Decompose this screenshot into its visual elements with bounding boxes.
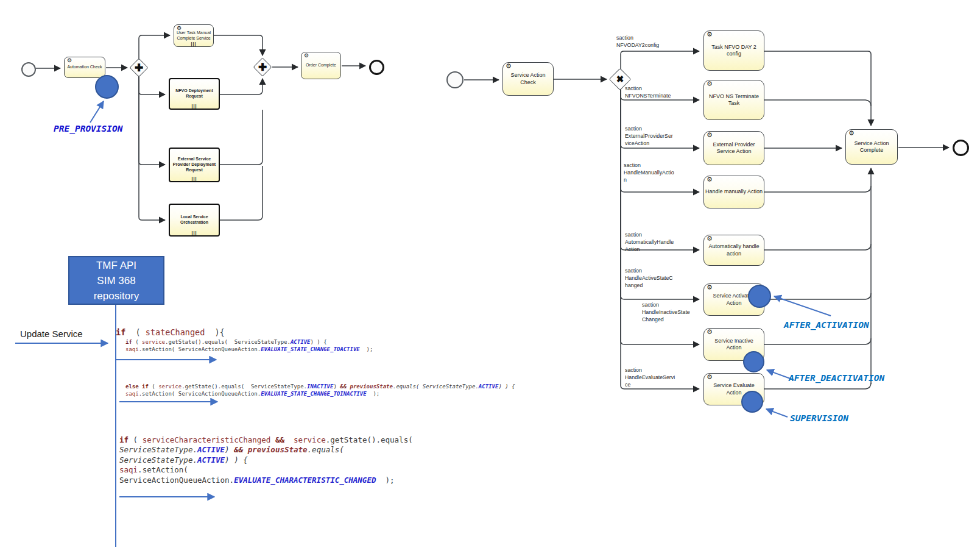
- task-automation-check: ⚙ Automation Check: [64, 57, 105, 78]
- branch-label-nfvonsterminate: saction NFVONSTerminate: [625, 85, 671, 100]
- after-deactivation-annotation: AFTER_DEACTIVATION: [789, 373, 884, 383]
- code-block-toactive: if ( service.getState().equals( ServiceS…: [125, 339, 373, 353]
- service-task-gear-icon: ⚙: [707, 284, 713, 291]
- pre-provision-annotation: PRE_PROVISION: [54, 124, 123, 134]
- code-line: ServiceStateType.ACTIVE) && previousStat…: [119, 445, 413, 455]
- update-service-label: Update Service: [20, 329, 83, 339]
- service-task-gear-icon: ⚙: [177, 26, 182, 31]
- after-deactivation-marker-circle: [743, 351, 764, 372]
- code-line: else if ( service.getState().equals( Ser…: [125, 383, 515, 391]
- task-user-task-manual-complete-service: ⚙ User Task Manual Complete Service |||: [174, 24, 214, 47]
- branch-label-automaticallyhandleaction: saction AutomaticallyHandle Action: [625, 232, 674, 254]
- bpmn-diagram-canvas: ⚙ Automation Check ✚ ⚙ User Task Manual …: [0, 0, 980, 559]
- task-nfvo-ns-terminate: ⚙ NFVO NS Terminate Task: [703, 80, 764, 120]
- task-handle-manually-action: ⚙ Handle manually Action: [703, 176, 764, 208]
- task-label: External Service Provider Deployment Req…: [173, 157, 216, 173]
- task-label: User Task Manual Complete Service: [177, 30, 211, 41]
- task-label: Local Service Orchestration: [180, 215, 208, 226]
- task-label: Automation Check: [67, 65, 102, 70]
- right-start-event: [446, 71, 464, 88]
- supervision-marker-circle: [741, 391, 763, 413]
- code-line: saqi.setAction(: [119, 465, 413, 475]
- task-label: Handle manually Action: [705, 188, 763, 195]
- task-label: NFVO Deployment Request: [175, 88, 213, 99]
- task-label: External Provider Service Action: [713, 141, 755, 155]
- service-task-gear-icon: ⚙: [707, 132, 713, 138]
- code-line: if ( service.getState().equals( ServiceS…: [125, 339, 373, 346]
- code-block-toinactive: else if ( service.getState().equals( Ser…: [125, 383, 515, 397]
- task-label: Task NFVO DAY 2 config: [711, 44, 756, 58]
- task-service-action-check: ⚙ Service Action Check: [502, 62, 554, 96]
- code-line: ServiceActionQueueAction.EVALUATE_CHARAC…: [119, 475, 413, 485]
- tmf-api-repository-box: TMF API SIM 368 repository: [68, 256, 164, 305]
- code-line: ServiceStateType.ACTIVE) ) {: [119, 455, 413, 465]
- right-end-event: [953, 140, 969, 156]
- supervision-annotation: SUPERVISION: [790, 413, 848, 423]
- parallel-gateway-split: ✚: [130, 59, 148, 77]
- task-label: Order Complete: [306, 63, 336, 68]
- branch-label-handleactivestatechanged: saction HandleActiveStateC hanged: [625, 268, 673, 290]
- task-external-service-provider-deployment-request: External Service Provider Deployment Req…: [169, 148, 220, 182]
- code-line: if ( stateChanged ){: [116, 327, 225, 337]
- parallel-gateway-join: ✚: [253, 58, 272, 76]
- task-automatically-handle-action: ⚙ Automatically handle action: [703, 235, 764, 266]
- multi-instance-icon: |||: [192, 230, 197, 235]
- branch-label-nfvoday2config: saction NFVODAY2config: [616, 35, 659, 49]
- service-task-gear-icon: ⚙: [707, 235, 713, 242]
- parallel-gateway-icon: ✚: [253, 58, 272, 76]
- code-block-characteristic-changed: if ( serviceCharacteristicChanged && ser…: [119, 435, 413, 485]
- multi-instance-icon: |||: [192, 176, 197, 180]
- task-service-action-complete: ⚙ Service Action Complete: [845, 129, 898, 165]
- service-task-gear-icon: ⚙: [707, 176, 713, 183]
- pre-provision-marker-circle: [95, 75, 119, 99]
- branch-label-handlemanuallyaction: saction HandleManuallyActio n: [624, 162, 674, 184]
- service-task-gear-icon: ⚙: [304, 53, 309, 59]
- task-order-complete: ⚙ Order Complete: [301, 52, 341, 79]
- task-nfvo-deployment-request: NFVO Deployment Request |||: [169, 78, 220, 110]
- left-start-event: [21, 62, 36, 77]
- branch-label-handleevaluateservice: saction HandleEvaluateServi ce: [625, 367, 675, 389]
- branch-label-handleinactivestatechanged: saction HandleInactiveState Changed: [642, 302, 690, 324]
- code-line: if ( serviceCharacteristicChanged && ser…: [119, 435, 413, 445]
- code-line: saqi.setAction( ServiceActionQueueAction…: [125, 346, 373, 354]
- after-activation-marker-circle: [748, 285, 771, 308]
- multi-instance-icon: |||: [191, 41, 197, 46]
- service-task-gear-icon: ⚙: [707, 80, 713, 87]
- code-line: saqi.setAction( ServiceActionQueueAction…: [125, 391, 515, 398]
- service-task-gear-icon: ⚙: [707, 374, 713, 380]
- after-activation-annotation: AFTER_ACTIVATION: [784, 320, 869, 330]
- task-nfvo-day2-config: ⚙ Task NFVO DAY 2 config: [703, 30, 764, 71]
- branch-label-externalproviderserviceaction: saction ExternalProviderSer viceAction: [625, 126, 673, 148]
- service-task-gear-icon: ⚙: [707, 329, 713, 335]
- task-label: Service Inactive Action: [714, 338, 753, 352]
- service-task-gear-icon: ⚙: [67, 58, 72, 63]
- code-block-statechanged: if ( stateChanged ){: [116, 327, 225, 337]
- multi-instance-icon: |||: [192, 104, 197, 108]
- task-label: Service Action Complete: [854, 140, 889, 154]
- service-task-gear-icon: ⚙: [848, 130, 855, 137]
- task-label: NFVO NS Terminate Task: [709, 93, 759, 107]
- parallel-gateway-icon: ✚: [130, 59, 148, 77]
- service-task-gear-icon: ⚙: [707, 31, 713, 38]
- task-label: Automatically handle action: [708, 243, 759, 257]
- task-label: Service Action Check: [510, 72, 545, 86]
- task-external-provider-service-action: ⚙ External Provider Service Action: [703, 131, 764, 165]
- task-local-service-orchestration: Local Service Orchestration |||: [169, 204, 220, 237]
- service-task-gear-icon: ⚙: [506, 63, 512, 69]
- left-end-event: [369, 60, 384, 75]
